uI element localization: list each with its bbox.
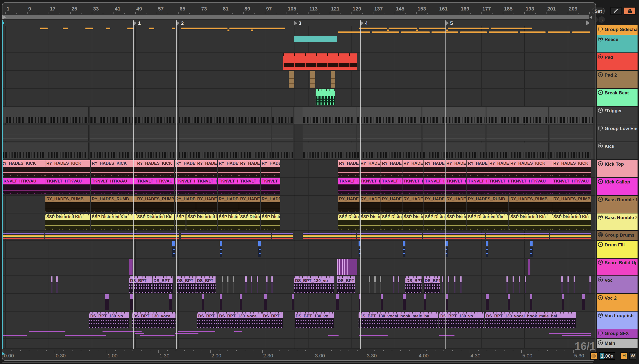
vocal-clip[interactable]: DS_BPT_130_voca [218, 312, 262, 328]
stab-clip[interactable] [567, 276, 569, 293]
mini-clip[interactable] [446, 30, 448, 31]
group-icon[interactable] [598, 26, 603, 32]
drum-fill-clip[interactable] [258, 241, 261, 258]
audio-clip[interactable]: RY_HADES_KICK [488, 160, 509, 177]
mini-clip[interactable] [106, 28, 110, 29]
vocal-clip[interactable]: DS_BPT [196, 276, 216, 293]
locator-3[interactable]: 3 [294, 20, 301, 26]
voc2-clip[interactable] [169, 294, 172, 310]
snare-buildup-clip[interactable] [337, 259, 357, 275]
vocal-clip[interactable]: DS_BPT [424, 276, 440, 293]
fold-arrow-icon[interactable] [598, 313, 603, 318]
stab-clip[interactable] [51, 276, 53, 293]
lane-group-sidechain[interactable] [3, 25, 595, 35]
audio-clip[interactable]: RY_HADES_KICK [91, 160, 136, 177]
mini-clip[interactable] [460, 32, 487, 33]
mini-clip[interactable] [40, 28, 48, 29]
stab-clip[interactable] [454, 276, 455, 293]
audio-clip[interactable]: SSP Distorted Kic [338, 214, 359, 230]
audio-clip[interactable]: RY_HADES_KICK [467, 160, 488, 177]
voc2-clip[interactable] [105, 294, 109, 310]
audio-clip[interactable]: TKNVLT_HTKVAU [445, 178, 466, 194]
trigger-clip[interactable] [303, 107, 356, 123]
stab-clip[interactable] [589, 276, 591, 293]
group-drums-clip[interactable] [272, 232, 293, 240]
audio-clip[interactable]: RY_HADES_KICK [261, 160, 280, 177]
track-header-reece[interactable]: Reece [597, 36, 637, 52]
track-header-pad[interactable]: Pad [597, 53, 637, 70]
snare-clip[interactable] [129, 259, 133, 275]
mini-clip[interactable] [172, 28, 175, 29]
voc2-clip[interactable] [424, 294, 426, 310]
group-low-end-clip[interactable] [272, 125, 293, 141]
drum-fill-clip[interactable] [359, 241, 361, 258]
group-low-end-clip[interactable] [423, 125, 485, 141]
mini-clip[interactable] [63, 28, 68, 29]
mini-clip[interactable] [489, 32, 518, 33]
audio-clip[interactable]: TKNVLT_HTKVAU [196, 178, 217, 194]
vocal-clip[interactable]: DS_BPT [129, 276, 152, 293]
audio-clip[interactable]: TKNVLT_HTKVAU [3, 178, 45, 194]
mini-clip[interactable] [387, 30, 389, 31]
stab-clip[interactable] [56, 276, 58, 293]
stab-clip[interactable] [380, 276, 381, 293]
mini-clip[interactable] [228, 30, 229, 31]
group-low-end-clip[interactable] [303, 125, 356, 141]
trigger-clip[interactable] [423, 107, 485, 123]
track-header-kick[interactable]: Kick [597, 142, 637, 159]
kick-clip[interactable] [179, 142, 271, 159]
trigger-clip[interactable] [486, 107, 549, 123]
kick-clip[interactable] [272, 142, 293, 159]
stab-clip[interactable] [460, 276, 461, 293]
lane-pad-2[interactable] [3, 71, 595, 88]
track-header-trigger[interactable]: !Trigger [597, 106, 637, 124]
audio-clip[interactable]: RY_HADES_RUMB [424, 196, 445, 212]
kick-clip[interactable] [357, 142, 422, 159]
lane-group-sfx[interactable] [3, 329, 595, 338]
voc2-clip[interactable] [530, 294, 532, 310]
vocal-clip[interactable]: DS_BPT [337, 276, 355, 293]
locator-4[interactable]: 4 [360, 20, 368, 26]
fold-arrow-icon[interactable] [598, 215, 603, 220]
audio-clip[interactable]: SSP Distorted Kic [175, 214, 186, 230]
stab-clip[interactable] [271, 276, 273, 293]
group-low-end-clip[interactable] [3, 125, 89, 141]
audio-clip[interactable]: RY_HADES_KICK [136, 160, 174, 177]
group-drums-clip[interactable] [423, 232, 485, 240]
group-drums-clip[interactable] [357, 232, 422, 240]
stab-clip[interactable] [393, 276, 394, 293]
group-icon[interactable] [598, 232, 603, 237]
audio-clip[interactable]: RY_HADES_RUMB [402, 196, 423, 212]
audio-clip[interactable]: TKNVLT_HTKVAU [360, 178, 380, 194]
pad2-audio-clip[interactable] [331, 71, 335, 88]
audio-clip[interactable]: RY_HADES_KICK [509, 160, 552, 177]
group-low-end-clip[interactable] [486, 125, 549, 141]
voc2-clip[interactable] [292, 294, 294, 310]
voc2-clip[interactable] [220, 294, 222, 310]
fold-arrow-icon[interactable] [598, 90, 603, 95]
audio-clip[interactable]: RY_HADES_KICK [402, 160, 423, 177]
track-header-voc[interactable]: Voc [597, 276, 637, 293]
drum-fill-clip[interactable] [486, 241, 488, 258]
mini-clip[interactable] [389, 28, 417, 29]
lock-button[interactable] [624, 7, 635, 15]
mini-clip[interactable] [419, 28, 446, 29]
track-header-drum-fill[interactable]: Drum Fill [597, 241, 637, 258]
mini-clip[interactable] [359, 28, 387, 29]
beat-ruler[interactable]: 1917253341495765738189971051131211291371… [3, 3, 594, 15]
audio-clip[interactable]: RY_HADES_RUMB [196, 196, 217, 212]
voc2-clip[interactable] [336, 294, 339, 310]
track-header-kick-gallop[interactable]: Kick Gallop [597, 178, 637, 195]
audio-clip[interactable]: SSP Distorted Kic [360, 214, 380, 230]
audio-clip[interactable]: RY_HADES_RUMB [175, 196, 196, 212]
stab-clip[interactable] [506, 276, 508, 293]
pad-audio-clip[interactable] [283, 54, 357, 70]
trigger-clip[interactable] [357, 107, 422, 123]
sfx-mini-clip[interactable] [359, 335, 388, 336]
audio-clip[interactable]: SSP Distorted Kic [552, 214, 591, 230]
audio-clip[interactable]: RY_HADES_RUMB [91, 196, 136, 212]
group-drums-clip[interactable] [46, 232, 179, 240]
group-low-end-clip[interactable] [90, 125, 178, 141]
track-header-group-sfx[interactable]: Group SFX [597, 329, 637, 338]
track-header-snare-build-up[interactable]: Snare Build Up [597, 258, 637, 276]
